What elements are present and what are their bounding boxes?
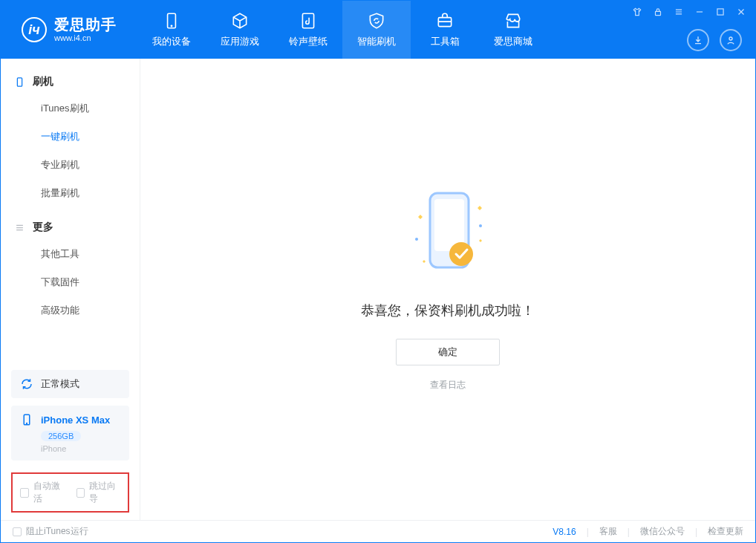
device-name: iPhone XS Max (41, 414, 110, 426)
device-icon (20, 413, 33, 426)
nav-tab-device[interactable]: 我的设备 (137, 1, 206, 59)
cube-icon (230, 11, 250, 30)
nav-label: 铃声壁纸 (289, 35, 328, 48)
nav-tab-ringtones[interactable]: 铃声壁纸 (274, 1, 342, 59)
options-highlight-box: 自动激活 跳过向导 (11, 472, 129, 513)
store-icon (504, 11, 523, 30)
svg-rect-5 (717, 9, 723, 15)
sidebar-section-flash: 刷机 (1, 69, 140, 94)
menu-icon[interactable] (672, 5, 685, 19)
svg-rect-7 (17, 77, 22, 85)
titlebar-action-circles (687, 29, 742, 51)
device-capacity: 256GB (41, 431, 81, 441)
svg-point-14 (479, 224, 482, 227)
app-title: 爱思助手 (54, 16, 117, 33)
main-content: 恭喜您，保资料刷机成功啦！ 确定 查看日志 (140, 59, 755, 520)
maximize-icon[interactable] (714, 5, 727, 19)
sidebar-section-more: 更多 (1, 215, 140, 240)
shield-sync-icon (367, 11, 386, 30)
sidebar-item-batch-flash[interactable]: 批量刷机 (1, 179, 140, 207)
checkbox-block-itunes[interactable]: 阻止iTunes运行 (13, 525, 88, 538)
view-log-link[interactable]: 查看日志 (430, 379, 466, 391)
sidebar-item-other-tools[interactable]: 其他工具 (1, 240, 140, 268)
svg-point-9 (27, 423, 27, 423)
phone-outline-icon (14, 77, 25, 88)
list-icon (14, 222, 25, 233)
app-logo-icon: iч (22, 17, 47, 42)
close-icon[interactable] (734, 5, 748, 19)
sidebar-item-itunes-flash[interactable]: iTunes刷机 (1, 94, 140, 123)
nav-tab-flash[interactable]: 智能刷机 (342, 1, 411, 59)
nav-label: 应用游戏 (221, 35, 259, 48)
nav-tab-toolbox[interactable]: 工具箱 (411, 1, 479, 59)
svg-point-6 (729, 37, 732, 40)
nav-label: 智能刷机 (357, 35, 396, 48)
svg-point-12 (449, 242, 473, 266)
download-circle-icon[interactable] (687, 29, 709, 51)
sidebar-item-advanced[interactable]: 高级功能 (1, 296, 140, 325)
status-link-update[interactable]: 检查更新 (708, 525, 743, 538)
nav-tab-store[interactable]: 爱思商城 (479, 1, 547, 59)
shirt-icon[interactable] (630, 5, 644, 19)
app-subtitle: www.i4.cn (54, 33, 117, 43)
status-link-wechat[interactable]: 微信公众号 (640, 525, 685, 538)
body: 刷机 iTunes刷机 一键刷机 专业刷机 批量刷机 更多 其他工具 下载固件 … (1, 59, 755, 520)
logo-area: iч 爱思助手 www.i4.cn (1, 1, 133, 59)
checkbox-skip-setup[interactable]: 跳过向导 (76, 480, 121, 505)
lock-icon[interactable] (651, 5, 665, 19)
phone-icon (162, 11, 181, 30)
system-buttons (630, 5, 748, 19)
user-circle-icon[interactable] (720, 29, 742, 51)
nav-tab-apps[interactable]: 应用游戏 (206, 1, 274, 59)
nav-label: 我的设备 (152, 35, 191, 48)
minimize-icon[interactable] (693, 5, 706, 19)
device-mode-box[interactable]: 正常模式 (11, 370, 129, 398)
sidebar-item-pro-flash[interactable]: 专业刷机 (1, 151, 140, 179)
svg-point-1 (171, 25, 172, 26)
sidebar: 刷机 iTunes刷机 一键刷机 专业刷机 批量刷机 更多 其他工具 下载固件 … (1, 59, 140, 520)
svg-rect-4 (656, 11, 661, 15)
success-message: 恭喜您，保资料刷机成功啦！ (361, 302, 535, 319)
confirm-button[interactable]: 确定 (396, 339, 500, 365)
sidebar-item-download-firmware[interactable]: 下载固件 (1, 268, 140, 296)
success-illustration (403, 187, 492, 284)
nav-tabs: 我的设备 应用游戏 铃声壁纸 智能刷机 (137, 1, 547, 59)
svg-point-13 (415, 238, 418, 241)
device-info-box[interactable]: iPhone XS Max 256GB iPhone (11, 406, 129, 461)
device-mode-label: 正常模式 (41, 377, 79, 391)
titlebar: iч 爱思助手 www.i4.cn 我的设备 应用游戏 (1, 1, 755, 59)
device-type: iPhone (41, 444, 120, 453)
app-window: iч 爱思助手 www.i4.cn 我的设备 应用游戏 (0, 0, 756, 543)
svg-rect-2 (302, 13, 313, 28)
sidebar-item-oneclick-flash[interactable]: 一键刷机 (1, 123, 140, 151)
statusbar: 阻止iTunes运行 V8.16 | 客服 | 微信公众号 | 检查更新 (1, 520, 755, 542)
nav-label: 爱思商城 (494, 35, 532, 48)
version-label: V8.16 (553, 527, 576, 537)
toolbox-icon (435, 11, 454, 30)
status-link-support[interactable]: 客服 (599, 525, 617, 538)
checkbox-auto-activate[interactable]: 自动激活 (20, 480, 65, 505)
music-file-icon (299, 11, 318, 30)
nav-label: 工具箱 (431, 35, 460, 48)
sync-icon (20, 377, 33, 391)
